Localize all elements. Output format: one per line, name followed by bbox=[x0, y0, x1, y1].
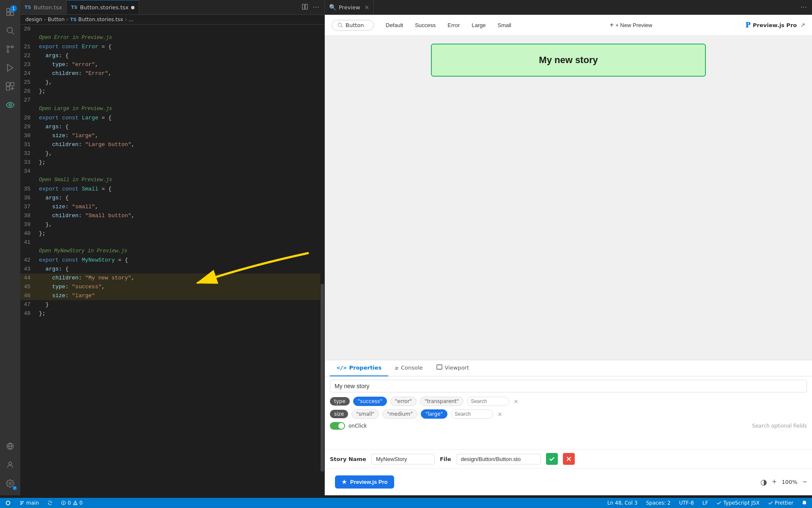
preview-more-btn[interactable]: ··· bbox=[799, 3, 812, 12]
code-line-29: 29 args: { bbox=[20, 122, 324, 131]
more-actions-icon[interactable]: ··· bbox=[311, 3, 321, 12]
preview-search-text: Button bbox=[346, 22, 364, 28]
tab-viewport[interactable]: Viewport bbox=[430, 360, 476, 376]
editor-scrollbar[interactable] bbox=[320, 25, 324, 495]
theme-toggle-icon[interactable]: ◑ bbox=[760, 478, 767, 486]
cursor-position[interactable]: Ln 48, Col 3 bbox=[606, 500, 639, 506]
svg-point-17 bbox=[9, 462, 12, 465]
size-clear-btn[interactable]: × bbox=[497, 410, 503, 418]
story-name-label: Story Name bbox=[330, 456, 366, 462]
line-ending-status[interactable]: LF bbox=[701, 500, 710, 506]
git-branch-label: main bbox=[26, 500, 39, 506]
svg-point-23 bbox=[338, 23, 341, 26]
line-num-21: 21 bbox=[20, 42, 37, 51]
preview-tab-default[interactable]: Default bbox=[381, 20, 408, 30]
story-name-field[interactable] bbox=[371, 454, 435, 464]
tab-button-stories-tsx[interactable]: TS Button.stories.tsx bbox=[67, 0, 139, 15]
line-content-38: children: "Small button", bbox=[37, 211, 324, 220]
new-preview-button[interactable]: + + New Preview bbox=[605, 19, 657, 30]
notification-bell[interactable] bbox=[800, 500, 809, 505]
remote-status[interactable] bbox=[3, 500, 13, 506]
line-content-31: children: "Large button", bbox=[37, 140, 324, 149]
line-content-47: } bbox=[37, 300, 324, 309]
sync-status[interactable] bbox=[46, 500, 54, 505]
git-branch-status[interactable]: main bbox=[18, 500, 41, 506]
code-editor[interactable]: 20 Open Error in Preview.js 21 export co… bbox=[20, 25, 324, 495]
zoom-in-button[interactable]: + bbox=[772, 478, 777, 486]
errors-status[interactable]: 0 0 bbox=[59, 500, 84, 506]
source-control-icon[interactable] bbox=[2, 41, 19, 58]
type-clear-btn[interactable]: × bbox=[513, 397, 519, 406]
breadcrumb-ellipsis[interactable]: ... bbox=[129, 17, 133, 22]
run-debug-icon[interactable] bbox=[2, 59, 19, 76]
code-hint-error: Open Error in Preview.js bbox=[20, 33, 324, 42]
size-search-input[interactable] bbox=[451, 409, 493, 419]
tab-ts-icon-1: TS bbox=[25, 5, 31, 10]
explorer-icon[interactable]: 1 bbox=[2, 3, 19, 20]
code-line-39: 39 }, bbox=[20, 220, 324, 229]
preview-search-bar[interactable]: Button bbox=[332, 20, 374, 30]
preview-tab-small[interactable]: Small bbox=[492, 20, 516, 30]
preview-tab[interactable]: 🔍 Preview × bbox=[325, 0, 374, 15]
language-status[interactable]: TypeScript JSX bbox=[715, 500, 761, 506]
cancel-button[interactable] bbox=[563, 453, 575, 465]
hint-content-1[interactable]: Open Error in Preview.js bbox=[37, 33, 324, 42]
onclick-toggle[interactable] bbox=[330, 422, 345, 430]
line-num-34: 34 bbox=[20, 167, 37, 176]
line-num-32: 32 bbox=[20, 149, 37, 158]
line-num-40: 40 bbox=[20, 229, 37, 238]
size-value-medium[interactable]: "medium" bbox=[382, 409, 417, 419]
line-num-48: 48 bbox=[20, 309, 37, 318]
preview-tab-success[interactable]: Success bbox=[410, 20, 441, 30]
hint-content-3[interactable]: Open Small in Preview.js bbox=[37, 176, 324, 185]
encoding-status[interactable]: UTF-8 bbox=[678, 500, 696, 506]
prettier-status[interactable]: Prettier bbox=[766, 500, 795, 506]
hint-content-2[interactable]: Open Large in Preview.js bbox=[37, 105, 324, 113]
preview-tab-error[interactable]: Error bbox=[442, 20, 465, 30]
tab-console[interactable]: ≥ Console bbox=[388, 360, 429, 376]
size-value-small[interactable]: "small" bbox=[351, 409, 379, 419]
previewjs-pro-header: 𝐏 Preview.js Pro ↗ bbox=[746, 20, 805, 30]
type-value-success[interactable]: "success" bbox=[353, 397, 387, 406]
plus-icon: + bbox=[610, 21, 614, 29]
remote-icon[interactable] bbox=[2, 438, 19, 455]
line-content-28: export const Large = { bbox=[37, 113, 324, 122]
account-icon[interactable] bbox=[2, 456, 19, 473]
prettier-label: Prettier bbox=[775, 500, 793, 506]
svg-rect-0 bbox=[7, 8, 10, 11]
editor-scrollbar-thumb[interactable] bbox=[321, 284, 324, 472]
previewjs-pro-button[interactable]: ★ Preview.js Pro bbox=[335, 475, 394, 489]
svg-line-5 bbox=[12, 32, 14, 34]
indentation-status[interactable]: Spaces: 2 bbox=[644, 500, 672, 506]
line-num-47: 47 bbox=[20, 300, 37, 309]
preview-tab-close[interactable]: × bbox=[365, 4, 370, 11]
preview-tab-large[interactable]: Large bbox=[466, 20, 491, 30]
zoom-out-button[interactable]: − bbox=[802, 478, 807, 486]
tab-properties[interactable]: </> Properties bbox=[330, 360, 388, 376]
svg-marker-10 bbox=[8, 64, 13, 72]
type-value-error[interactable]: "error" bbox=[390, 397, 417, 406]
external-link-icon[interactable]: ↗ bbox=[800, 22, 805, 28]
line-num-hint4 bbox=[20, 247, 37, 256]
type-search-input[interactable] bbox=[467, 397, 509, 406]
previewjs-p-icon: 𝐏 bbox=[746, 20, 750, 30]
settings-icon[interactable]: ↺ bbox=[2, 475, 19, 492]
breadcrumb-file[interactable]: Button.stories.tsx bbox=[78, 17, 123, 22]
svg-point-29 bbox=[22, 501, 24, 502]
tab-button-tsx[interactable]: TS Button.tsx bbox=[20, 0, 67, 15]
save-button[interactable] bbox=[546, 453, 558, 465]
type-value-transparent[interactable]: "transparent" bbox=[420, 397, 464, 406]
story-preview-button[interactable]: My new story bbox=[431, 44, 706, 77]
svg-rect-3 bbox=[11, 12, 14, 15]
story-text-input[interactable] bbox=[330, 380, 807, 392]
previewjs-icon[interactable] bbox=[2, 97, 19, 113]
size-value-large[interactable]: "large" bbox=[421, 409, 447, 419]
breadcrumb-button[interactable]: Button bbox=[48, 17, 65, 22]
search-activity-icon[interactable] bbox=[2, 22, 19, 39]
file-field[interactable] bbox=[456, 454, 541, 464]
split-editor-icon[interactable] bbox=[300, 3, 310, 12]
breadcrumb-design[interactable]: design bbox=[25, 17, 42, 22]
hint-content-4[interactable]: Open MyNewStory in Preview.js bbox=[37, 247, 324, 256]
code-hint-large: Open Large in Preview.js bbox=[20, 105, 324, 113]
extensions-activity-icon[interactable] bbox=[2, 78, 19, 95]
